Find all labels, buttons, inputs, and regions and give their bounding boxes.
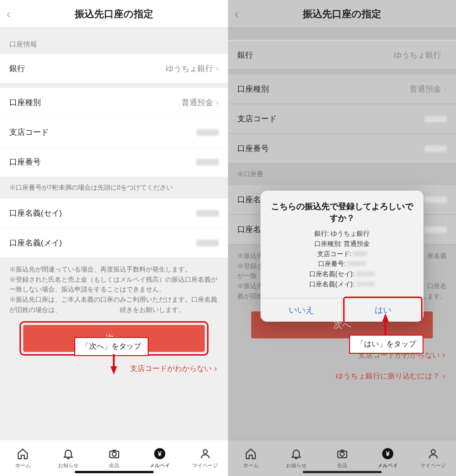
- home-icon: [16, 447, 29, 460]
- yen-icon: ¥: [381, 447, 394, 460]
- row-label: 支店コード: [9, 127, 49, 138]
- svg-text:¥: ¥: [157, 450, 162, 457]
- row-account-number[interactable]: 口座番号: [0, 147, 228, 177]
- annotation-callout: 「はい」をタップ: [349, 335, 423, 354]
- row-bank[interactable]: 銀行 ゆうちょ銀行 ›: [228, 40, 456, 70]
- svg-point-9: [431, 450, 436, 454]
- person-icon: [427, 447, 440, 460]
- row-branch-code[interactable]: 支店コード: [0, 118, 228, 147]
- confirm-modal: こちらの振込先で登録してよろしいですか？ 銀行: ゆうちょ銀行 口座種別: 普通…: [261, 191, 423, 322]
- row-value: [196, 159, 219, 165]
- screen-left: ‹ 振込先口座の指定 口座情報 銀行 ゆうちょ銀行 › 口座種別 普通預金 › …: [0, 0, 228, 476]
- annotation-arrow-line: [113, 354, 115, 367]
- content: 口座情報 銀行 ゆうちょ銀行 › 口座種別 普通預金 › 支店コード 口座番号 …: [0, 28, 228, 476]
- row-label: 口座名義(メイ): [9, 238, 62, 248]
- row-label: 口座種別: [9, 97, 41, 108]
- row-label: 口座名: [237, 224, 261, 235]
- home-icon: [244, 447, 257, 460]
- content: 銀行 ゆうちょ銀行 › 口座種別 普通預金 › 支店コード 口座番号 ※口座番 …: [228, 28, 456, 476]
- chevron-right-icon: ›: [216, 64, 219, 73]
- annotation-callout: 「次へ」をタップ: [74, 337, 149, 356]
- modal-no-button[interactable]: いいえ: [261, 298, 342, 322]
- chevron-right-icon: ›: [444, 50, 447, 60]
- modal-actions: いいえ はい: [261, 298, 423, 322]
- row-branch-code[interactable]: 支店コード: [228, 104, 456, 134]
- account-number-note: ※口座番号が7桁未満の場合は先頭に0をつけてください: [0, 177, 228, 198]
- tab-home[interactable]: ホーム: [228, 440, 274, 476]
- row-label: 口座名義(セイ): [9, 208, 62, 218]
- screen-right: ‹ 振込先口座の指定 銀行 ゆうちょ銀行 › 口座種別 普通預金 › 支店コード…: [228, 0, 456, 476]
- topbar: ‹ 振込先口座の指定: [228, 0, 456, 28]
- row-value: ゆうちょ銀行 ›: [166, 63, 219, 74]
- chevron-right-icon: ›: [443, 351, 445, 359]
- camera-icon: [108, 447, 121, 460]
- row-label: 支店コード: [237, 113, 277, 124]
- tab-home[interactable]: ホーム: [0, 440, 46, 476]
- back-icon[interactable]: ‹: [7, 7, 11, 21]
- chevron-right-icon: ›: [444, 85, 447, 94]
- row-label: 口座番号: [237, 143, 269, 154]
- row-name-sei[interactable]: 口座名義(セイ): [0, 198, 228, 228]
- link-yucho-help[interactable]: ゆうちょ銀行に振り込むには？›: [228, 366, 456, 387]
- row-value: 普通預金 ›: [182, 97, 219, 108]
- section-header: 口座情報: [0, 28, 228, 53]
- annotation-arrow-icon: [111, 366, 117, 375]
- chevron-right-icon: ›: [216, 98, 219, 107]
- disclaimer: ※振込先が間違っている場合、再度振込手数料が発生します。 ※登録された氏名と売上…: [0, 258, 228, 319]
- row-label: 口座名: [237, 194, 261, 205]
- row-value: [196, 210, 219, 217]
- tab-mypage[interactable]: マイページ: [182, 440, 228, 476]
- row-label: 銀行: [237, 50, 253, 60]
- svg-text:¥: ¥: [385, 450, 390, 457]
- annotation-arrow-line: [384, 321, 386, 335]
- annotation-arrow-icon: [382, 313, 389, 322]
- tabbar: ホーム お知らせ 出品 ¥ メルペイ マイページ: [228, 440, 456, 476]
- row-value: [196, 129, 219, 136]
- row-label: 銀行: [9, 63, 25, 74]
- tabbar: ホーム お知らせ 出品 ¥ メルペイ マイページ: [0, 440, 228, 476]
- svg-point-1: [112, 452, 116, 456]
- page-title: 振込先口座の指定: [0, 7, 228, 20]
- bell-icon: [62, 447, 75, 460]
- svg-point-4: [203, 450, 208, 454]
- row-value: [196, 240, 219, 246]
- row-bank[interactable]: 銀行 ゆうちょ銀行 ›: [0, 53, 228, 83]
- row-value: ゆうちょ銀行 ›: [394, 50, 447, 60]
- row-account-type[interactable]: 口座種別 普通預金 ›: [228, 74, 456, 104]
- modal-body: 銀行: ゆうちょ銀行 口座種別: 普通預金 支店コード: 口座番号: 口座名義(…: [261, 229, 423, 298]
- row-account-type[interactable]: 口座種別 普通預金 ›: [0, 88, 228, 118]
- chevron-right-icon: ›: [215, 364, 217, 372]
- person-icon: [199, 447, 212, 460]
- bell-icon: [290, 447, 303, 460]
- yen-icon: ¥: [153, 447, 166, 460]
- row-value: 普通預金 ›: [410, 84, 447, 94]
- topbar: ‹ 振込先口座の指定: [0, 0, 228, 28]
- home-indicator: [303, 471, 382, 473]
- row-account-number[interactable]: 口座番号: [228, 134, 456, 164]
- chevron-right-icon: ›: [443, 372, 445, 380]
- tab-mypage[interactable]: マイページ: [410, 440, 456, 476]
- row-label: 口座番号: [9, 157, 41, 167]
- modal-title: こちらの振込先で登録してよろしいですか？: [261, 191, 423, 229]
- svg-point-6: [340, 452, 344, 456]
- row-label: 口座種別: [237, 84, 269, 94]
- home-indicator: [75, 471, 154, 473]
- page-title: 振込先口座の指定: [228, 7, 456, 20]
- account-number-note: ※口座番: [228, 164, 456, 185]
- camera-icon: [336, 447, 349, 460]
- back-icon[interactable]: ‹: [235, 7, 239, 21]
- row-name-mei[interactable]: 口座名義(メイ): [0, 228, 228, 258]
